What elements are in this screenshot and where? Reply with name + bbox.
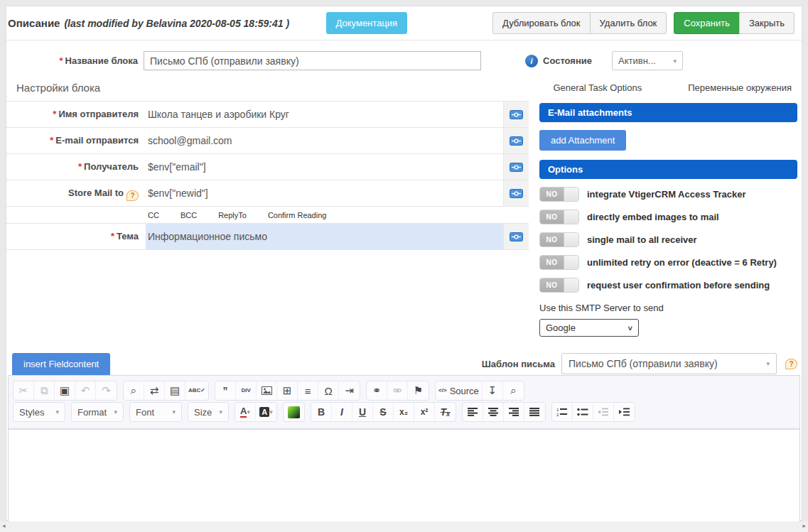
field-picker-button[interactable] bbox=[503, 128, 529, 153]
toggle-row: NO single mail to all receiver bbox=[539, 232, 797, 247]
outdent-icon[interactable] bbox=[593, 403, 614, 421]
horizontal-rule-icon[interactable]: ≡ bbox=[298, 381, 318, 400]
store-mail-to-value[interactable]: $env["newid"] bbox=[146, 180, 503, 206]
documentation-button[interactable]: Документация bbox=[326, 12, 408, 34]
preview-icon[interactable]: ⌕ bbox=[503, 381, 524, 400]
redo-icon[interactable]: ↷ bbox=[96, 381, 117, 400]
required-marker: * bbox=[78, 161, 82, 172]
field-picker-button[interactable] bbox=[503, 154, 529, 180]
help-icon[interactable]: ? bbox=[126, 190, 139, 201]
align-center-icon[interactable] bbox=[483, 403, 504, 421]
options-header: Options bbox=[539, 160, 797, 179]
indent-icon[interactable] bbox=[614, 403, 635, 421]
scroll-left-icon[interactable]: ◂ bbox=[2, 522, 6, 529]
confirm-reading-link[interactable]: Confirm Reading bbox=[268, 211, 327, 219]
block-name-input[interactable] bbox=[144, 51, 481, 70]
main-area: *Имя отправителя Школа танцев и аэробики… bbox=[6, 101, 802, 337]
italic-icon[interactable]: I bbox=[332, 403, 352, 421]
subject-value[interactable]: Информационное письмо bbox=[146, 224, 503, 249]
state-select[interactable]: Активн... ▾ bbox=[612, 51, 683, 70]
font-dropdown[interactable]: Font▾ bbox=[130, 403, 181, 421]
image-icon[interactable] bbox=[257, 381, 277, 400]
unlink-icon[interactable]: ⚮ bbox=[387, 381, 408, 400]
div-container-icon[interactable]: DIV bbox=[236, 381, 257, 400]
underline-icon[interactable]: U bbox=[352, 403, 373, 421]
align-left-icon[interactable] bbox=[463, 403, 483, 421]
copy-icon[interactable]: ⧉ bbox=[34, 381, 55, 400]
strikethrough-icon[interactable]: S bbox=[373, 403, 394, 421]
format-dropdown[interactable]: Format▾ bbox=[72, 403, 123, 421]
horizontal-scrollbar[interactable]: ◂ ▸ bbox=[0, 521, 808, 532]
special-char-icon[interactable]: Ω bbox=[318, 381, 339, 400]
unlimited-retry-toggle[interactable]: NO bbox=[539, 255, 579, 270]
add-attachment-button[interactable]: add Attachment bbox=[539, 130, 626, 151]
bg-color-button[interactable]: A▾ bbox=[256, 403, 276, 421]
user-confirmation-toggle[interactable]: NO bbox=[539, 278, 579, 293]
close-button[interactable]: Закрыть bbox=[739, 12, 794, 34]
required-marker: * bbox=[50, 135, 53, 146]
general-task-options-link[interactable]: General Task Options bbox=[553, 82, 642, 93]
subscript-icon[interactable]: x₂ bbox=[394, 403, 414, 421]
access-tracker-toggle[interactable]: NO bbox=[539, 187, 579, 202]
bullet-list-icon[interactable] bbox=[573, 403, 593, 421]
cc-link[interactable]: CC bbox=[148, 211, 159, 219]
field-picker-button[interactable] bbox=[503, 102, 529, 127]
sender-name-value[interactable]: Школа танцев и аэробики Круг bbox=[146, 102, 503, 127]
align-right-icon[interactable] bbox=[504, 403, 524, 421]
replyto-link[interactable]: ReplyTo bbox=[218, 211, 247, 219]
table-icon[interactable]: ⊞ bbox=[277, 381, 298, 400]
toggle-state: NO bbox=[540, 210, 564, 224]
ordered-list-icon[interactable]: 12 bbox=[552, 403, 573, 421]
bold-icon[interactable]: B bbox=[311, 403, 332, 421]
embed-images-toggle[interactable]: NO bbox=[539, 210, 579, 224]
format-label: Format bbox=[77, 407, 107, 418]
insert-fieldcontent-button[interactable]: insert Fieldcontent bbox=[12, 353, 110, 375]
chevron-down-icon: ▾ bbox=[172, 408, 176, 416]
table-row: Store Mail to? $env["newid"] bbox=[6, 180, 529, 207]
cut-icon[interactable]: ✂ bbox=[14, 381, 34, 400]
replace-icon[interactable]: ⇄ bbox=[144, 381, 165, 400]
remove-format-icon[interactable]: Tₓ bbox=[435, 403, 456, 421]
page-break-icon[interactable]: ⇥ bbox=[339, 381, 360, 400]
text-color-button[interactable]: A▾ bbox=[235, 403, 256, 421]
toggle-knob bbox=[564, 233, 578, 246]
toggle-label: unlimited retry on error (deactive = 6 R… bbox=[587, 257, 777, 268]
template-label: Шаблон письма bbox=[482, 359, 555, 369]
delete-block-button[interactable]: Удалить блок bbox=[590, 12, 667, 34]
align-justify-icon[interactable] bbox=[524, 403, 545, 421]
find-icon[interactable]: ⌕ bbox=[124, 381, 144, 400]
block-editor-panel: Описание (last modified by Belavina 2020… bbox=[6, 6, 802, 521]
size-dropdown[interactable]: Size▾ bbox=[188, 403, 228, 421]
recipient-value[interactable]: $env["email"] bbox=[146, 154, 503, 180]
duplicate-block-button[interactable]: Дублировать блок bbox=[492, 12, 590, 34]
spellcheck-icon[interactable]: ABC✓ bbox=[185, 381, 208, 400]
undo-icon[interactable]: ↶ bbox=[75, 381, 96, 400]
smtp-server-select[interactable]: Google ˅ bbox=[539, 319, 639, 337]
bcc-link[interactable]: BCC bbox=[181, 211, 197, 219]
superscript-icon[interactable]: x² bbox=[414, 403, 435, 421]
scroll-right-icon[interactable]: ▸ bbox=[802, 522, 806, 529]
editor-content-area[interactable] bbox=[9, 430, 799, 532]
anchor-flag-icon[interactable]: ⚑ bbox=[408, 381, 429, 400]
paste-icon[interactable]: ▣ bbox=[55, 381, 75, 400]
select-all-icon[interactable]: ▤ bbox=[165, 381, 185, 400]
cc-options-row: CC BCC ReplyTo Confirm Reading bbox=[6, 207, 529, 224]
field-picker-button[interactable] bbox=[503, 180, 529, 206]
single-mail-toggle[interactable]: NO bbox=[539, 232, 579, 247]
help-icon[interactable]: ? bbox=[785, 359, 797, 369]
field-picker-button[interactable] bbox=[503, 224, 529, 249]
save-button[interactable]: Сохранить bbox=[674, 12, 740, 34]
size-label: Size bbox=[194, 407, 212, 418]
source-button[interactable]: </>Source bbox=[436, 381, 483, 400]
link-icon[interactable]: ⚭ bbox=[367, 381, 387, 400]
sender-email-value[interactable]: school@gmail.com bbox=[146, 128, 503, 153]
template-select[interactable]: Письмо СПб (отправили заявку) ▾ bbox=[561, 353, 777, 374]
styles-dropdown[interactable]: Styles▾ bbox=[14, 403, 65, 421]
toggle-state: NO bbox=[540, 278, 564, 292]
new-page-icon[interactable]: ↧ bbox=[483, 381, 503, 400]
cc-row-spacer bbox=[6, 207, 146, 223]
info-icon: i bbox=[525, 55, 538, 67]
color-dialog-button[interactable] bbox=[284, 403, 304, 421]
env-variables-link[interactable]: Переменные окружения bbox=[688, 82, 792, 93]
blockquote-icon[interactable]: ” bbox=[215, 381, 236, 400]
